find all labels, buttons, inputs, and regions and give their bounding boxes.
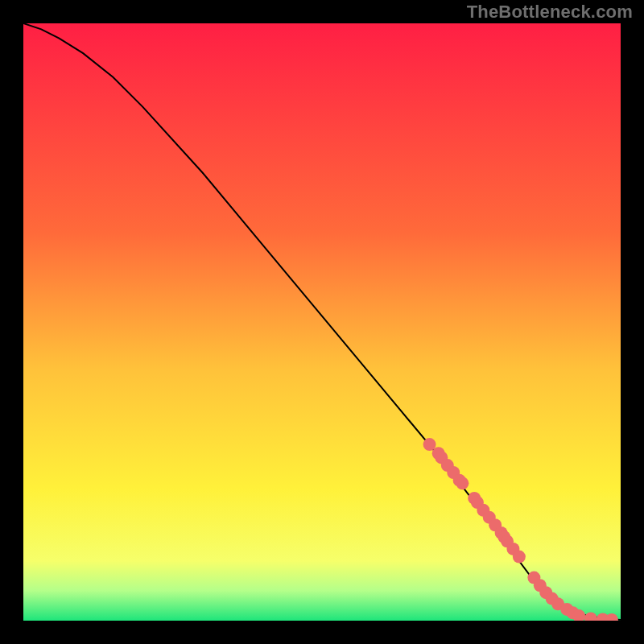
outer-frame: TheBottleneck.com bbox=[0, 0, 644, 644]
watermark-text: TheBottleneck.com bbox=[467, 2, 633, 23]
data-marker bbox=[513, 551, 526, 564]
gradient-background bbox=[23, 23, 621, 621]
data-marker bbox=[456, 477, 469, 489]
chart-svg bbox=[23, 23, 621, 621]
chart-area bbox=[23, 23, 621, 621]
